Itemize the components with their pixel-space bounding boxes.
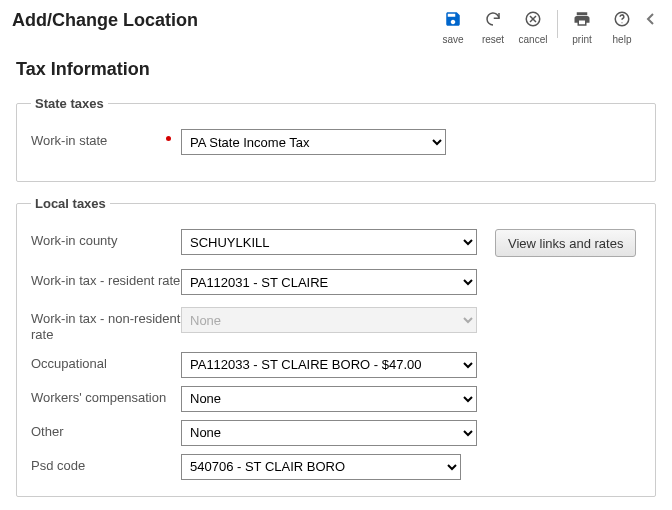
local-taxes-legend: Local taxes [31, 196, 110, 211]
svg-point-4 [621, 22, 622, 23]
section-title: Tax Information [0, 49, 672, 88]
required-indicator [166, 136, 171, 141]
view-links-rates-button[interactable]: View links and rates [495, 229, 636, 257]
cancel-label: cancel [519, 34, 548, 45]
local-taxes-group: Local taxes Work-in county SCHUYLKILL Vi… [16, 196, 656, 497]
save-icon [444, 10, 462, 32]
reset-button[interactable]: reset [473, 10, 513, 45]
toolbar: save reset cancel print [433, 10, 660, 45]
state-taxes-group: State taxes Work-in state PA State Incom… [16, 96, 656, 182]
nonresident-rate-label: Work-in tax - non-resident rate [31, 307, 181, 344]
workers-comp-select[interactable]: None [181, 386, 477, 412]
psd-code-label: Psd code [31, 454, 181, 474]
other-label: Other [31, 420, 181, 440]
toolbar-separator [557, 10, 558, 38]
cancel-button[interactable]: cancel [513, 10, 553, 45]
resident-rate-label: Work-in tax - resident rate [31, 269, 181, 289]
work-in-state-label: Work-in state [31, 129, 181, 149]
resident-rate-select[interactable]: PA112031 - ST CLAIRE [181, 269, 477, 295]
page-title: Add/Change Location [12, 10, 433, 31]
nonresident-rate-select: None [181, 307, 477, 333]
reset-label: reset [482, 34, 504, 45]
work-in-county-select[interactable]: SCHUYLKILL [181, 229, 477, 255]
print-label: print [572, 34, 591, 45]
refresh-icon [484, 10, 502, 32]
print-button[interactable]: print [562, 10, 602, 45]
help-button[interactable]: help [602, 10, 642, 45]
occupational-label: Occupational [31, 352, 181, 372]
collapse-chevron[interactable] [642, 10, 660, 26]
state-taxes-legend: State taxes [31, 96, 108, 111]
work-in-county-label: Work-in county [31, 229, 181, 249]
work-in-state-select[interactable]: PA State Income Tax [181, 129, 446, 155]
app-window: Add/Change Location save reset cancel [0, 0, 672, 510]
save-button[interactable]: save [433, 10, 473, 45]
save-label: save [442, 34, 463, 45]
help-label: help [613, 34, 632, 45]
cancel-icon [524, 10, 542, 32]
header: Add/Change Location save reset cancel [0, 0, 672, 49]
other-select[interactable]: None [181, 420, 477, 446]
work-in-state-label-text: Work-in state [31, 133, 107, 148]
help-icon [613, 10, 631, 32]
occupational-select[interactable]: PA112033 - ST CLAIRE BORO - $47.00 [181, 352, 477, 378]
psd-code-select[interactable]: 540706 - ST CLAIR BORO [181, 454, 461, 480]
workers-comp-label: Workers' compensation [31, 386, 181, 406]
print-icon [573, 10, 591, 32]
